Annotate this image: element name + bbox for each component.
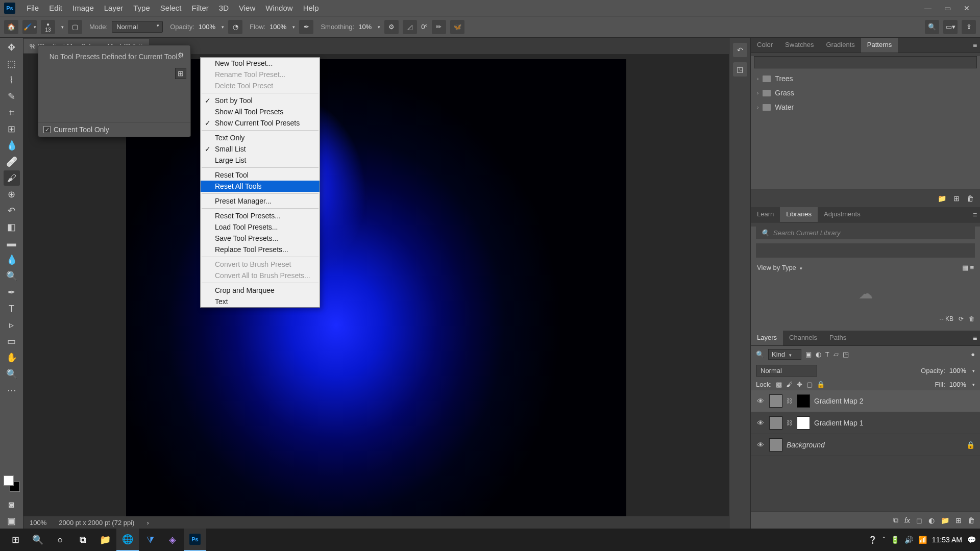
layer-row[interactable]: 👁⛓Gradient Map 2 [751, 390, 980, 412]
help-tray-icon[interactable]: ❔ [868, 536, 877, 544]
delete-layer-icon[interactable]: 🗑 [968, 516, 975, 524]
close-window-button[interactable]: ✕ [958, 2, 976, 15]
clone-stamp-tool[interactable]: ⊕ [4, 187, 20, 202]
tab-patterns[interactable]: Patterns [861, 38, 898, 53]
search-button[interactable]: 🔍 [27, 529, 49, 551]
tab-swatches[interactable]: Swatches [779, 38, 820, 53]
tab-layers[interactable]: Layers [751, 331, 783, 345]
smoothing-value[interactable]: 10% [358, 23, 372, 31]
menu-item[interactable]: ✓Show Current Tool Presets [201, 117, 320, 129]
panel-menu-icon[interactable]: ≡ [970, 38, 980, 53]
layer-opacity-value[interactable]: 100% [949, 367, 966, 374]
volume-icon[interactable]: 🔊 [904, 536, 913, 544]
smoothing-options-icon[interactable]: ⚙ [384, 20, 399, 34]
layer-name[interactable]: Gradient Map 2 [814, 397, 864, 405]
blur-tool[interactable]: 💧 [4, 252, 20, 267]
menu-image[interactable]: Image [67, 2, 99, 14]
eraser-tool[interactable]: ◧ [4, 219, 20, 235]
link-icon[interactable]: ⛓ [787, 397, 793, 405]
add-preset-icon[interactable]: ⊞ [175, 68, 186, 79]
eyedropper-tool[interactable]: 💧 [4, 138, 20, 153]
library-selector[interactable] [756, 243, 975, 258]
tray-chevron-icon[interactable]: ˄ [882, 536, 886, 544]
chevron-right-icon[interactable]: › [146, 519, 149, 527]
menu-item[interactable]: Text [201, 296, 320, 307]
menu-item[interactable]: Replace Tool Presets... [201, 244, 320, 255]
menu-item[interactable]: Text Only [201, 132, 320, 143]
history-brush-tool[interactable]: ↶ [4, 203, 20, 218]
flow-value[interactable]: 100% [270, 23, 286, 31]
fill-value[interactable]: 100% [949, 381, 966, 388]
filter-toggle[interactable]: ● [971, 350, 975, 358]
notifications-icon[interactable]: 💬 [967, 536, 976, 544]
lock-transparency-icon[interactable]: ▩ [776, 381, 782, 388]
pattern-preview[interactable] [754, 56, 977, 68]
file-explorer-icon[interactable]: 📁 [94, 529, 116, 551]
menu-item[interactable]: Reset Tool [201, 169, 320, 181]
lock-position-icon[interactable]: ✥ [797, 381, 802, 388]
menu-view[interactable]: View [234, 2, 260, 14]
pattern-folder[interactable]: ›Water [751, 100, 980, 114]
menu-item[interactable]: Reset All Tools [201, 181, 320, 192]
hand-tool[interactable]: ✋ [4, 350, 20, 365]
menu-item[interactable]: Reset Tool Presets... [201, 210, 320, 221]
menu-type[interactable]: Type [128, 2, 155, 14]
list-view-icon[interactable]: ≡ [970, 264, 974, 271]
filter-search-icon[interactable]: 🔍 [756, 350, 764, 358]
visualstudio-icon[interactable]: ◈ [161, 529, 184, 551]
filter-smart-icon[interactable]: ◳ [843, 350, 849, 358]
symmetry-icon[interactable]: 🦋 [450, 20, 464, 34]
brush-settings-icon[interactable]: ▢ [68, 20, 82, 34]
dodge-tool[interactable]: 🔍 [4, 268, 20, 284]
task-view-button[interactable]: ⧉ [71, 529, 94, 551]
menu-item[interactable]: New Tool Preset... [201, 58, 320, 69]
lock-pixels-icon[interactable]: 🖌 [786, 381, 793, 388]
menu-help[interactable]: Help [298, 2, 324, 14]
link-icon[interactable]: ⛓ [787, 419, 793, 427]
fx-icon[interactable]: fx [904, 516, 910, 524]
brush-tool[interactable]: 🖌 [4, 170, 20, 186]
lasso-tool[interactable]: ⌇ [4, 72, 20, 88]
pen-tool[interactable]: ✒ [4, 285, 20, 300]
home-icon[interactable]: 🏠 [4, 20, 18, 34]
tab-channels[interactable]: Channels [783, 331, 823, 345]
menu-item[interactable]: ✓Small List [201, 143, 320, 155]
properties-panel-icon[interactable]: ◳ [733, 62, 747, 77]
current-tool-only-checkbox[interactable]: ✓ [43, 126, 51, 133]
path-select-tool[interactable]: ▹ [4, 317, 20, 333]
gear-icon[interactable]: ⚙ [175, 49, 186, 61]
photoshop-taskbar-icon[interactable]: Ps [184, 529, 206, 551]
brush-preset-picker[interactable]: ●13 [41, 20, 55, 34]
clock[interactable]: 11:53 AM [932, 536, 962, 544]
menu-select[interactable]: Select [155, 2, 187, 14]
wifi-icon[interactable]: 📶 [918, 536, 927, 544]
healing-brush-tool[interactable]: 🩹 [4, 154, 20, 169]
new-folder-icon[interactable]: 📁 [938, 194, 946, 203]
mask-icon[interactable]: ◻ [916, 516, 922, 524]
type-tool[interactable]: T [4, 301, 20, 316]
opacity-value[interactable]: 100% [199, 23, 215, 31]
menu-item[interactable]: Crop and Marquee [201, 285, 320, 296]
new-pattern-icon[interactable]: ⊞ [953, 194, 960, 203]
menu-item[interactable]: Preset Manager... [201, 195, 320, 207]
angle-icon[interactable]: ◿ [403, 20, 417, 34]
layer-row[interactable]: 👁⛓Gradient Map 1 [751, 412, 980, 434]
menu-edit[interactable]: Edit [44, 2, 67, 14]
screen-mode-icon[interactable]: ▣ [4, 513, 20, 529]
sync-icon[interactable]: ⟳ [959, 315, 964, 322]
chevron-down-icon[interactable]: ▾ [61, 24, 64, 30]
foreground-color-swatch[interactable] [4, 475, 14, 486]
quick-select-tool[interactable]: ✎ [4, 89, 20, 104]
workspace-switcher-icon[interactable]: ▭▾ [943, 20, 958, 34]
menu-filter[interactable]: Filter [187, 2, 214, 14]
view-by-label[interactable]: View by Type ▾ [757, 264, 802, 271]
adjustment-icon[interactable]: ◐ [928, 516, 935, 524]
minimize-button[interactable]: — [919, 2, 937, 15]
frame-tool[interactable]: ⊞ [4, 121, 20, 137]
layer-filter-kind[interactable]: Kind ▾ [768, 349, 801, 360]
menu-item[interactable]: Save Tool Presets... [201, 233, 320, 244]
lock-all-icon[interactable]: 🔒 [817, 381, 825, 388]
pattern-folder[interactable]: ›Grass [751, 86, 980, 100]
delete-icon[interactable]: 🗑 [969, 315, 975, 322]
filter-image-icon[interactable]: ▣ [805, 350, 812, 358]
